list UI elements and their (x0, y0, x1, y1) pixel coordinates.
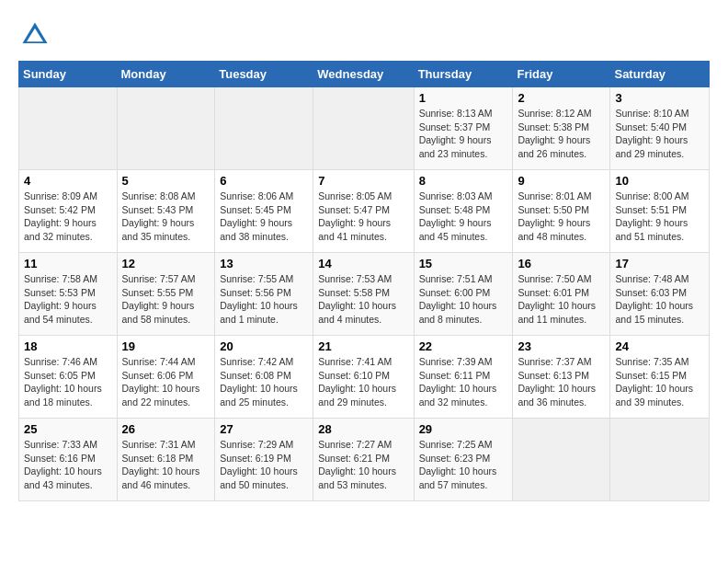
day-sun-info: Sunrise: 8:10 AMSunset: 5:40 PMDaylight:… (615, 107, 704, 161)
day-number: 19 (122, 339, 210, 353)
calendar-day-cell: 18Sunrise: 7:46 AMSunset: 6:05 PMDayligh… (19, 336, 118, 419)
day-number: 18 (24, 339, 112, 353)
day-of-week-header: Monday (117, 62, 215, 87)
calendar-day-cell: 1Sunrise: 8:13 AMSunset: 5:37 PMDaylight… (414, 87, 513, 170)
calendar-day-cell: 16Sunrise: 7:50 AMSunset: 6:01 PMDayligh… (513, 253, 610, 336)
day-number: 6 (220, 174, 308, 188)
day-number: 3 (615, 91, 704, 105)
day-sun-info: Sunrise: 7:27 AMSunset: 6:21 PMDaylight:… (318, 438, 408, 492)
day-sun-info: Sunrise: 8:00 AMSunset: 5:51 PMDaylight:… (615, 190, 704, 244)
day-number: 7 (318, 174, 408, 188)
day-sun-info: Sunrise: 8:13 AMSunset: 5:37 PMDaylight:… (419, 107, 508, 161)
calendar-week-row: 25Sunrise: 7:33 AMSunset: 6:16 PMDayligh… (19, 419, 710, 501)
calendar-day-cell: 4Sunrise: 8:09 AMSunset: 5:42 PMDaylight… (19, 170, 118, 253)
day-sun-info: Sunrise: 8:01 AMSunset: 5:50 PMDaylight:… (518, 190, 605, 244)
calendar-day-cell (19, 87, 118, 170)
day-number: 14 (318, 257, 408, 270)
day-sun-info: Sunrise: 7:35 AMSunset: 6:15 PMDaylight:… (615, 355, 704, 409)
day-sun-info: Sunrise: 7:39 AMSunset: 6:11 PMDaylight:… (419, 355, 508, 409)
calendar-day-cell: 29Sunrise: 7:25 AMSunset: 6:23 PMDayligh… (414, 419, 513, 501)
calendar-day-cell: 13Sunrise: 7:55 AMSunset: 5:56 PMDayligh… (215, 253, 313, 336)
day-of-week-header: Thursday (414, 62, 513, 87)
calendar-day-cell: 17Sunrise: 7:48 AMSunset: 6:03 PMDayligh… (610, 253, 710, 336)
calendar-day-cell: 12Sunrise: 7:57 AMSunset: 5:55 PMDayligh… (117, 253, 215, 336)
day-sun-info: Sunrise: 7:51 AMSunset: 6:00 PMDaylight:… (419, 272, 508, 327)
calendar-day-cell: 11Sunrise: 7:58 AMSunset: 5:53 PMDayligh… (19, 253, 118, 336)
calendar-day-cell (313, 87, 414, 170)
day-number: 12 (122, 257, 210, 270)
calendar-day-cell: 21Sunrise: 7:41 AMSunset: 6:10 PMDayligh… (313, 336, 414, 419)
calendar-day-cell: 28Sunrise: 7:27 AMSunset: 6:21 PMDayligh… (313, 419, 414, 501)
calendar-day-cell: 23Sunrise: 7:37 AMSunset: 6:13 PMDayligh… (513, 336, 610, 419)
calendar-header: SundayMondayTuesdayWednesdayThursdayFrid… (19, 62, 710, 87)
day-number: 17 (615, 257, 704, 270)
day-sun-info: Sunrise: 7:42 AMSunset: 6:08 PMDaylight:… (220, 355, 308, 409)
day-number: 8 (419, 174, 508, 188)
day-of-week-header: Wednesday (313, 62, 414, 87)
day-number: 29 (419, 422, 508, 436)
calendar-day-cell: 19Sunrise: 7:44 AMSunset: 6:06 PMDayligh… (117, 336, 215, 419)
day-number: 20 (220, 339, 308, 353)
calendar-week-row: 18Sunrise: 7:46 AMSunset: 6:05 PMDayligh… (19, 336, 710, 419)
logo (18, 18, 55, 52)
day-number: 11 (24, 257, 112, 270)
day-sun-info: Sunrise: 7:58 AMSunset: 5:53 PMDaylight:… (24, 272, 112, 327)
calendar-day-cell: 8Sunrise: 8:03 AMSunset: 5:48 PMDaylight… (414, 170, 513, 253)
day-sun-info: Sunrise: 8:09 AMSunset: 5:42 PMDaylight:… (24, 190, 112, 244)
calendar-day-cell: 10Sunrise: 8:00 AMSunset: 5:51 PMDayligh… (610, 170, 710, 253)
calendar-day-cell: 26Sunrise: 7:31 AMSunset: 6:18 PMDayligh… (117, 419, 215, 501)
calendar-day-cell: 2Sunrise: 8:12 AMSunset: 5:38 PMDaylight… (513, 87, 610, 170)
day-sun-info: Sunrise: 7:29 AMSunset: 6:19 PMDaylight:… (220, 438, 308, 492)
day-number: 16 (518, 257, 605, 270)
day-of-week-header: Saturday (610, 62, 710, 87)
calendar-day-cell (215, 87, 313, 170)
calendar-day-cell: 22Sunrise: 7:39 AMSunset: 6:11 PMDayligh… (414, 336, 513, 419)
day-sun-info: Sunrise: 8:12 AMSunset: 5:38 PMDaylight:… (518, 107, 605, 161)
day-sun-info: Sunrise: 7:41 AMSunset: 6:10 PMDaylight:… (318, 355, 408, 409)
calendar-day-cell: 5Sunrise: 8:08 AMSunset: 5:43 PMDaylight… (117, 170, 215, 253)
day-number: 5 (122, 174, 210, 188)
calendar-day-cell (610, 419, 710, 501)
calendar-day-cell: 25Sunrise: 7:33 AMSunset: 6:16 PMDayligh… (19, 419, 118, 501)
calendar-week-row: 4Sunrise: 8:09 AMSunset: 5:42 PMDaylight… (19, 170, 710, 253)
day-number: 22 (419, 339, 508, 353)
day-sun-info: Sunrise: 7:53 AMSunset: 5:58 PMDaylight:… (318, 272, 408, 327)
day-number: 24 (615, 339, 704, 353)
calendar-day-cell: 6Sunrise: 8:06 AMSunset: 5:45 PMDaylight… (215, 170, 313, 253)
day-number: 25 (24, 422, 112, 436)
day-sun-info: Sunrise: 7:57 AMSunset: 5:55 PMDaylight:… (122, 272, 210, 327)
calendar-week-row: 11Sunrise: 7:58 AMSunset: 5:53 PMDayligh… (19, 253, 710, 336)
day-number: 26 (122, 422, 210, 436)
day-sun-info: Sunrise: 7:33 AMSunset: 6:16 PMDaylight:… (24, 438, 112, 492)
calendar-day-cell: 9Sunrise: 8:01 AMSunset: 5:50 PMDaylight… (513, 170, 610, 253)
calendar-day-cell: 15Sunrise: 7:51 AMSunset: 6:00 PMDayligh… (414, 253, 513, 336)
day-number: 28 (318, 422, 408, 436)
day-sun-info: Sunrise: 8:03 AMSunset: 5:48 PMDaylight:… (419, 190, 508, 244)
logo-icon (18, 18, 51, 52)
day-of-week-header: Tuesday (215, 62, 313, 87)
calendar-day-cell: 14Sunrise: 7:53 AMSunset: 5:58 PMDayligh… (313, 253, 414, 336)
day-number: 2 (518, 91, 605, 105)
day-number: 1 (419, 91, 508, 105)
day-sun-info: Sunrise: 7:25 AMSunset: 6:23 PMDaylight:… (419, 438, 508, 492)
day-sun-info: Sunrise: 7:55 AMSunset: 5:56 PMDaylight:… (220, 272, 308, 327)
calendar-day-cell: 24Sunrise: 7:35 AMSunset: 6:15 PMDayligh… (610, 336, 710, 419)
day-number: 9 (518, 174, 605, 188)
day-sun-info: Sunrise: 7:48 AMSunset: 6:03 PMDaylight:… (615, 272, 704, 327)
day-sun-info: Sunrise: 7:50 AMSunset: 6:01 PMDaylight:… (518, 272, 605, 327)
day-number: 13 (220, 257, 308, 270)
day-number: 21 (318, 339, 408, 353)
calendar-day-cell: 3Sunrise: 8:10 AMSunset: 5:40 PMDaylight… (610, 87, 710, 170)
calendar-body: 1Sunrise: 8:13 AMSunset: 5:37 PMDaylight… (19, 87, 710, 501)
day-sun-info: Sunrise: 8:06 AMSunset: 5:45 PMDaylight:… (220, 190, 308, 244)
day-sun-info: Sunrise: 7:31 AMSunset: 6:18 PMDaylight:… (122, 438, 210, 492)
day-sun-info: Sunrise: 7:37 AMSunset: 6:13 PMDaylight:… (518, 355, 605, 409)
day-sun-info: Sunrise: 8:08 AMSunset: 5:43 PMDaylight:… (122, 190, 210, 244)
day-sun-info: Sunrise: 7:46 AMSunset: 6:05 PMDaylight:… (24, 355, 112, 409)
day-number: 27 (220, 422, 308, 436)
day-sun-info: Sunrise: 7:44 AMSunset: 6:06 PMDaylight:… (122, 355, 210, 409)
calendar-table: SundayMondayTuesdayWednesdayThursdayFrid… (18, 61, 710, 501)
day-of-week-header: Friday (513, 62, 610, 87)
calendar-day-cell (117, 87, 215, 170)
day-number: 4 (24, 174, 112, 188)
